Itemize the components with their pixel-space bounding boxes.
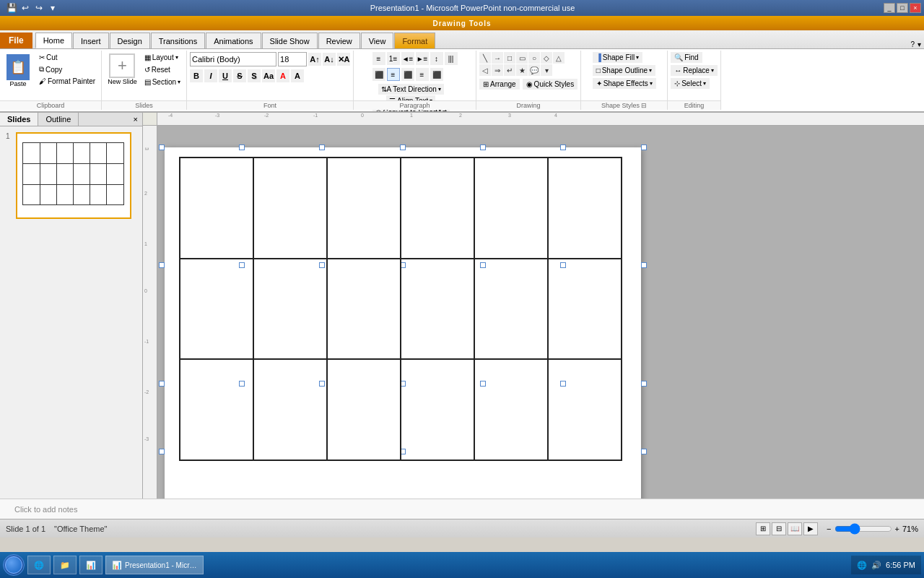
- rtl-button[interactable]: ⬛: [430, 68, 443, 81]
- ribbon-minimize-button[interactable]: ▾: [918, 40, 921, 48]
- minimize-button[interactable]: _: [884, 3, 895, 13]
- tab-format[interactable]: Format: [394, 33, 435, 48]
- slide-sorter-button[interactable]: ⊟: [772, 522, 786, 535]
- redo-qat-button[interactable]: ↪: [33, 2, 45, 14]
- outline-tab[interactable]: Outline: [38, 113, 79, 126]
- handle-m2r[interactable]: [641, 381, 647, 387]
- line-spacing-button[interactable]: ↕: [430, 52, 443, 65]
- bullets-button[interactable]: ≡: [372, 52, 385, 65]
- handle-t1[interactable]: [239, 144, 245, 150]
- shape-outline-button[interactable]: □ Shape Outline ▾: [593, 65, 655, 76]
- italic-button[interactable]: I: [204, 69, 217, 82]
- taskbar-active-ppt[interactable]: 📊 Presentation1 - Micros...: [105, 556, 204, 574]
- copy-button[interactable]: ⧉ Copy: [36, 64, 98, 75]
- clear-formatting-button[interactable]: ✕A: [337, 53, 350, 66]
- zoom-in-button[interactable]: +: [895, 525, 899, 533]
- shadow-button[interactable]: S: [248, 69, 261, 82]
- cut-button[interactable]: ✂ Cut: [36, 52, 98, 63]
- table-cell[interactable]: [253, 359, 327, 460]
- table-cell[interactable]: [327, 259, 401, 360]
- tab-transitions[interactable]: Transitions: [151, 33, 205, 48]
- shape-arrow-line[interactable]: →: [492, 52, 503, 64]
- handle-bl[interactable]: [159, 449, 165, 454]
- table-cell[interactable]: [474, 158, 548, 259]
- table-cell[interactable]: [474, 359, 548, 460]
- tab-slideshow[interactable]: Slide Show: [262, 33, 318, 48]
- table-cell[interactable]: [327, 359, 401, 460]
- table-cell[interactable]: [180, 259, 253, 360]
- text-direction-button[interactable]: ⇅A Text Direction ▾: [378, 84, 444, 95]
- qat-dropdown-button[interactable]: ▾: [47, 2, 58, 14]
- align-right-button[interactable]: ⬛: [401, 68, 414, 81]
- shape-callout[interactable]: 💬: [528, 64, 540, 76]
- spacing-button[interactable]: Aa: [262, 69, 275, 82]
- taskbar-ppt-button[interactable]: 📊: [79, 556, 103, 574]
- table-cell[interactable]: [401, 259, 474, 360]
- undo-qat-button[interactable]: ↩: [19, 2, 31, 14]
- tab-home[interactable]: Home: [35, 33, 72, 48]
- paste-button[interactable]: 📋 Paste: [3, 52, 33, 90]
- table-cell[interactable]: [180, 158, 253, 259]
- table-cell[interactable]: [180, 359, 253, 460]
- zoom-slider[interactable]: [834, 523, 892, 535]
- align-center-button[interactable]: ≡: [387, 68, 400, 81]
- handle-mr[interactable]: [641, 262, 647, 268]
- tab-animations[interactable]: Animations: [206, 33, 261, 48]
- slides-tab[interactable]: Slides: [0, 113, 38, 126]
- table-cell[interactable]: [401, 359, 474, 460]
- slide-table[interactable]: [179, 157, 622, 461]
- shape-bent-arrow[interactable]: ↵: [504, 64, 515, 76]
- increase-indent-button[interactable]: ►≡: [416, 52, 429, 65]
- shape-rect[interactable]: □: [504, 52, 515, 64]
- layout-button[interactable]: ▦ Layout ▾: [141, 52, 183, 63]
- justify-button[interactable]: ≡: [416, 68, 429, 81]
- slide[interactable]: [165, 147, 641, 499]
- arrange-button[interactable]: ⊞ Arrange: [479, 79, 520, 90]
- slide-panel-close-button[interactable]: ×: [129, 113, 142, 126]
- taskbar-ie[interactable]: 🌐: [27, 556, 51, 574]
- shape-line[interactable]: ╲: [479, 52, 491, 64]
- tab-view[interactable]: View: [361, 33, 394, 48]
- handle-br[interactable]: [641, 449, 647, 454]
- tab-design[interactable]: Design: [110, 33, 150, 48]
- notes-bar[interactable]: Click to add notes: [0, 499, 924, 519]
- table-cell[interactable]: [548, 359, 622, 460]
- font-name-input[interactable]: [190, 52, 276, 66]
- normal-view-button[interactable]: ⊞: [756, 522, 770, 535]
- handle-ml[interactable]: [159, 262, 165, 268]
- taskbar-explorer[interactable]: 📁: [53, 556, 77, 574]
- shape-arrow[interactable]: ⇒: [492, 64, 503, 76]
- help-button[interactable]: ?: [910, 40, 915, 48]
- table-cell[interactable]: [474, 259, 548, 360]
- new-slide-button[interactable]: + New Slide: [105, 52, 140, 87]
- shape-effects-button[interactable]: ✦ Shape Effects ▾: [593, 78, 656, 89]
- font-increase-button[interactable]: A↑: [308, 53, 321, 66]
- format-painter-button[interactable]: 🖌 Format Painter: [36, 76, 98, 87]
- reset-button[interactable]: ↺ Reset: [141, 64, 183, 75]
- select-button[interactable]: ⊹ Select ▾: [671, 78, 710, 89]
- reading-view-button[interactable]: 📖: [788, 522, 802, 535]
- slideshow-button[interactable]: ▶: [803, 522, 818, 535]
- bold-button[interactable]: B: [190, 69, 203, 82]
- handle-t3[interactable]: [400, 144, 406, 150]
- table-cell[interactable]: [548, 259, 622, 360]
- shape-star[interactable]: ★: [516, 64, 528, 76]
- color-button[interactable]: A: [276, 69, 289, 82]
- handle-t4[interactable]: [480, 144, 486, 150]
- handle-tl[interactable]: [159, 144, 165, 150]
- table-cell[interactable]: [253, 158, 327, 259]
- columns-button[interactable]: |||: [445, 52, 458, 65]
- font-decrease-button[interactable]: A↓: [323, 53, 336, 66]
- table-cell[interactable]: [401, 158, 474, 259]
- maximize-button[interactable]: □: [897, 3, 908, 13]
- zoom-out-button[interactable]: −: [827, 525, 831, 533]
- save-qat-button[interactable]: 💾: [6, 2, 17, 14]
- numbering-button[interactable]: 1≡: [387, 52, 400, 65]
- shape-diamond[interactable]: ◇: [541, 52, 552, 64]
- shape-fill-button[interactable]: ▐ Shape Fill ▾: [593, 52, 643, 63]
- start-button[interactable]: [3, 554, 25, 576]
- quick-styles-button[interactable]: ◉ Quick Styles: [523, 79, 578, 90]
- tab-review[interactable]: Review: [318, 33, 360, 48]
- tab-insert[interactable]: Insert: [73, 33, 109, 48]
- shape-more[interactable]: ▾: [541, 64, 552, 76]
